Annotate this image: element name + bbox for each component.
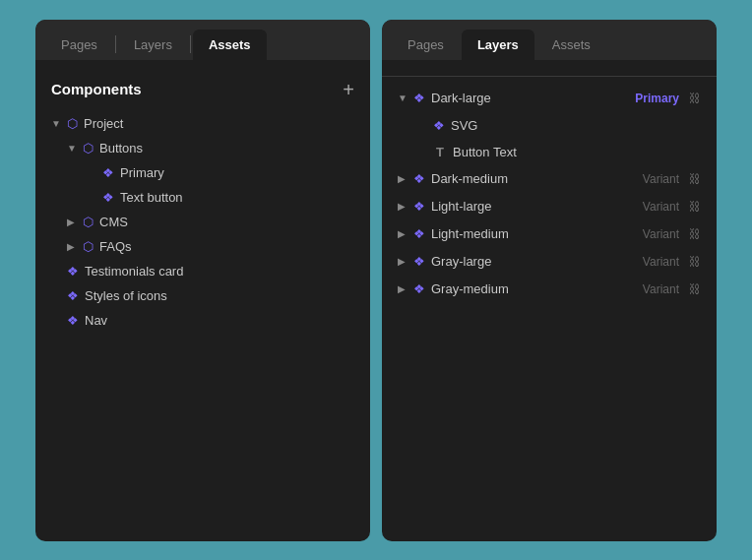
component-icon-nav xyxy=(67,313,79,328)
arrow-gray-medium xyxy=(398,283,407,294)
label-primary: Primary xyxy=(120,165,164,180)
tree-item-cms[interactable]: CMS xyxy=(35,210,370,234)
component-icon-dark-large xyxy=(413,91,425,105)
layer-row-gray-medium[interactable]: Gray-medium Variant ⛓ xyxy=(382,276,717,303)
arrow-faqs xyxy=(67,241,77,252)
right-panel-content: Dark-large Primary ⛓ SVG T Button Text D… xyxy=(382,60,717,319)
tree-item-text-button[interactable]: Text button xyxy=(35,185,370,210)
right-tab-bar: Pages Layers Assets xyxy=(382,20,717,60)
component-icon-testimonials xyxy=(67,264,79,279)
left-tab-bar: Pages Layers Assets xyxy=(35,20,370,60)
label-faqs: FAQs xyxy=(99,239,132,254)
layer-name-light-large: Light-large xyxy=(431,199,633,214)
tab-divider-1 xyxy=(115,35,116,53)
component-icon-dark-medium xyxy=(413,171,425,186)
tab-assets-right[interactable]: Assets xyxy=(536,30,606,60)
component-icon-gray-large xyxy=(413,254,425,269)
link-icon-gray-medium[interactable]: ⛓ xyxy=(689,282,701,296)
text-icon-button-text: T xyxy=(433,145,447,159)
arrow-dark-large xyxy=(398,93,407,103)
component-icon-styles xyxy=(67,288,79,303)
tab-layers-right[interactable]: Layers xyxy=(462,30,534,60)
tree-item-primary[interactable]: Primary xyxy=(35,160,370,185)
right-panel: Pages Layers Assets Dark-large Primary ⛓… xyxy=(382,20,717,541)
folder-icon-faqs xyxy=(83,239,94,254)
folder-icon-cms xyxy=(83,215,94,229)
label-cms: CMS xyxy=(99,215,128,229)
layer-name-svg: SVG xyxy=(451,118,701,133)
layer-row-light-large[interactable]: Light-large Variant ⛓ xyxy=(382,193,717,220)
layer-row-light-medium[interactable]: Light-medium Variant ⛓ xyxy=(382,220,717,248)
component-icon-svg xyxy=(433,118,445,133)
tree-item-nav[interactable]: Nav xyxy=(35,308,370,333)
tree-item-styles[interactable]: Styles of icons xyxy=(35,283,370,308)
badge-dark-large: Primary xyxy=(631,91,683,106)
add-component-button[interactable]: + xyxy=(343,80,354,99)
tree-item-faqs[interactable]: FAQs xyxy=(35,234,370,259)
layer-row-button-text[interactable]: T Button Text xyxy=(382,139,717,165)
layer-name-dark-large: Dark-large xyxy=(431,91,625,105)
folder-icon-project xyxy=(67,116,78,131)
layer-name-dark-medium: Dark-medium xyxy=(431,171,633,186)
component-icon-primary xyxy=(102,165,114,180)
arrow-gray-large xyxy=(398,256,407,267)
components-header: Components + xyxy=(35,76,370,111)
label-text-button: Text button xyxy=(120,190,183,205)
arrow-light-medium xyxy=(398,228,407,239)
label-buttons: Buttons xyxy=(99,141,143,156)
label-testimonials: Testimonials card xyxy=(85,264,183,279)
badge-dark-medium: Variant xyxy=(639,171,683,187)
link-icon-dark-medium[interactable]: ⛓ xyxy=(689,172,701,186)
arrow-dark-medium xyxy=(398,173,407,184)
components-title: Components xyxy=(51,81,142,97)
arrow-project xyxy=(51,118,61,129)
arrow-light-large xyxy=(398,201,407,212)
link-icon-dark-large[interactable]: ⛓ xyxy=(689,92,701,105)
tab-assets-left[interactable]: Assets xyxy=(193,30,267,60)
layer-name-light-medium: Light-medium xyxy=(431,226,633,241)
tab-divider-2 xyxy=(190,35,191,53)
layer-name-gray-large: Gray-large xyxy=(431,254,633,269)
component-icon-light-large xyxy=(413,199,425,214)
layers-divider xyxy=(382,76,717,77)
component-icon-light-medium xyxy=(413,226,425,241)
tree-item-testimonials[interactable]: Testimonials card xyxy=(35,259,370,283)
folder-icon-buttons xyxy=(83,141,94,156)
label-project: Project xyxy=(84,116,123,131)
component-icon-gray-medium xyxy=(413,281,425,296)
layer-row-svg[interactable]: SVG xyxy=(382,112,717,139)
badge-gray-large: Variant xyxy=(639,254,683,270)
component-icon-text-button xyxy=(102,190,114,205)
tab-pages-left[interactable]: Pages xyxy=(45,30,113,60)
tab-pages-right[interactable]: Pages xyxy=(392,30,460,60)
arrow-buttons xyxy=(67,143,77,154)
tab-layers-left[interactable]: Layers xyxy=(118,30,188,60)
label-nav: Nav xyxy=(85,313,107,328)
arrow-cms xyxy=(67,217,77,227)
badge-light-medium: Variant xyxy=(639,226,683,242)
layer-name-button-text: Button Text xyxy=(453,145,701,159)
badge-light-large: Variant xyxy=(639,199,683,215)
link-icon-light-medium[interactable]: ⛓ xyxy=(689,227,701,241)
label-styles: Styles of icons xyxy=(85,288,167,303)
link-icon-gray-large[interactable]: ⛓ xyxy=(689,255,701,269)
tree-item-buttons[interactable]: Buttons xyxy=(35,136,370,160)
badge-gray-medium: Variant xyxy=(639,281,683,297)
layer-row-gray-large[interactable]: Gray-large Variant ⛓ xyxy=(382,248,717,276)
tree-item-project[interactable]: Project xyxy=(35,111,370,136)
link-icon-light-large[interactable]: ⛓ xyxy=(689,200,701,214)
left-panel-content: Components + Project Buttons Primary xyxy=(35,60,370,348)
left-panel: Pages Layers Assets Components + Project… xyxy=(35,20,370,541)
layer-name-gray-medium: Gray-medium xyxy=(431,281,633,296)
layer-row-dark-large[interactable]: Dark-large Primary ⛓ xyxy=(382,85,717,112)
layer-row-dark-medium[interactable]: Dark-medium Variant ⛓ xyxy=(382,165,717,193)
